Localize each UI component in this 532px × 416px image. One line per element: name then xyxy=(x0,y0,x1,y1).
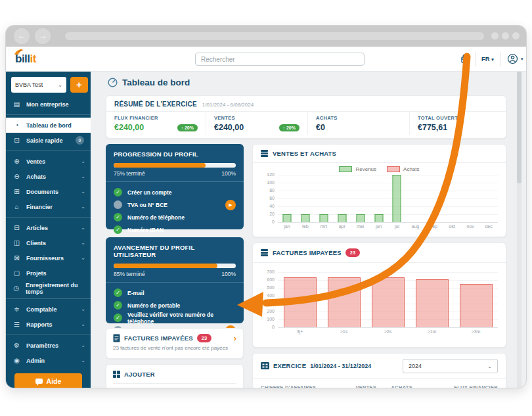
y-axis-tick: 400 xyxy=(258,293,275,298)
x-axis-labels: janfebmrtaprmeijunjulaugsepoktnovdec xyxy=(278,224,498,229)
sidebar-item-achats[interactable]: ⊖Achats⌄ xyxy=(6,169,91,184)
sidebar-item-clients[interactable]: ◫Clients⌄ xyxy=(6,235,91,250)
dashboard-icon: ◔ xyxy=(12,122,21,129)
browser-window: ← → billit FR ▾ xyxy=(5,25,527,388)
unpaid-count-badge: 23 xyxy=(197,334,211,342)
bar-chart-plot: 020406080100120 xyxy=(278,175,498,222)
metric-achats: ACHATS€0 xyxy=(307,112,409,135)
sidebar-item-label: Admin xyxy=(26,358,45,364)
sidebar-item-comptable[interactable]: ≑Comptable⌄ xyxy=(6,302,91,317)
admin-icon: ◉ xyxy=(12,357,21,364)
gridline xyxy=(278,222,498,223)
sidebar-item-rapports[interactable]: ☰Rapports⌄ xyxy=(6,317,91,332)
bar-3j+ xyxy=(284,277,317,327)
summary-header: RÉSUMÉ DE L'EXERCICE 1/01/2024 - 6/08/20… xyxy=(106,96,506,112)
y-axis-tick: 600 xyxy=(258,277,275,282)
window-dot xyxy=(491,32,499,39)
count-badge: 0 xyxy=(76,136,84,145)
sidebar-item-articles[interactable]: ⊟Articles⌄ xyxy=(6,220,91,235)
sidebar-item-parametres[interactable]: ⚙Paramètres⌄ xyxy=(6,338,91,353)
sidebar-item-documents[interactable]: ⊞Documents⌄ xyxy=(6,184,91,199)
scrollbar-thumb[interactable] xyxy=(517,72,521,183)
chevron-right-icon[interactable]: › xyxy=(234,335,236,342)
y-axis-tick: 0 xyxy=(258,325,275,329)
sidebar-divider xyxy=(6,217,91,218)
help-button[interactable]: Aide xyxy=(14,373,82,388)
user-progress-card: AVANCEMENT DU PROFIL UTILISATEUR 85% ter… xyxy=(106,237,244,323)
check-icon: ✓ xyxy=(114,188,122,196)
add-invoice-item[interactable]: Facture › xyxy=(113,384,236,388)
back-button[interactable]: ← xyxy=(14,28,30,44)
y-axis-tick: 120 xyxy=(258,172,275,177)
window-dot xyxy=(502,32,509,39)
company-select[interactable]: BVBA Test⌄ xyxy=(11,77,66,93)
search-input[interactable] xyxy=(195,53,365,66)
suppliers-icon: ⊠ xyxy=(12,254,21,262)
forward-button[interactable]: → xyxy=(35,28,51,44)
x-axis-tick: jun xyxy=(370,224,388,229)
add-company-button[interactable]: + xyxy=(70,77,88,93)
unpaid-invoices-card[interactable]: FACTURES IMPAYÉES 23 › 23 factures de ve… xyxy=(106,328,244,359)
checklist-label: Veuillez vérifier votre numéro de téléph… xyxy=(127,312,236,325)
sidebar-item-financier[interactable]: ⌂Financier⌄ xyxy=(6,199,91,214)
bar-mrt xyxy=(319,214,328,222)
gridline xyxy=(278,175,498,175)
checklist-label: TVA ou N° BCE xyxy=(127,202,167,208)
billit-logo[interactable]: billit xyxy=(15,53,36,66)
x-axis-tick: >2s xyxy=(366,329,410,334)
building-icon: ▤ xyxy=(12,101,21,108)
chevron-down-icon: ⌄ xyxy=(81,240,85,246)
sidebar-item-label: Articles xyxy=(26,225,48,231)
y-axis-tick: 100 xyxy=(258,180,275,185)
sidebar-item-ventes[interactable]: ⊕Ventes⌄ xyxy=(6,154,91,169)
finance-icon: ⌂ xyxy=(12,203,21,210)
x-axis-tick: mei xyxy=(351,224,370,229)
metric-ventes: VENTES€240,00↑ 20% xyxy=(206,112,307,135)
card-title: PROGRESSION DU PROFIL xyxy=(114,150,236,158)
trend-badge: ↑ 20% xyxy=(177,124,198,131)
checklist-item: ✓E-mail xyxy=(114,287,236,299)
chevron-down-icon: ⌄ xyxy=(81,255,85,261)
sidebar-item-label: Rapports xyxy=(26,321,53,328)
chevron-down-icon: ⌄ xyxy=(58,82,62,88)
chart-legend: RevenusAchats xyxy=(253,166,506,172)
metric-total-ouvert: TOTAL OUVERT€775,61 xyxy=(409,112,506,135)
x-axis-tick: sep xyxy=(424,224,443,229)
checklist-label: Numéro de portable xyxy=(127,302,180,309)
sidebar-item-saisie-rapide[interactable]: ⊡Saisie rapide0 xyxy=(6,133,91,148)
divider xyxy=(106,181,244,182)
check-icon: ✓ xyxy=(114,313,122,322)
gift-icon[interactable] xyxy=(460,53,471,64)
add-card: AJOUTER Facture › xyxy=(106,364,244,388)
summary-metrics: FLUX FINANCIER€240,00↑ 20%VENTES€240,00↑… xyxy=(106,112,506,135)
scrollbar[interactable] xyxy=(517,72,521,388)
profile-icon[interactable] xyxy=(507,53,518,64)
x-axis-tick: okt xyxy=(443,224,461,229)
sidebar-divider xyxy=(6,298,91,299)
address-bar[interactable] xyxy=(65,32,484,40)
sidebar-item-mon-entreprise[interactable]: ▤Mon entreprise xyxy=(6,97,91,112)
x-axis-tick: >1s xyxy=(322,329,366,334)
unpaid-count-badge: 23 xyxy=(345,248,360,257)
chevron-down-icon: ⌄ xyxy=(81,189,85,195)
sidebar-item-enregistrement-du-temps[interactable]: ◷Enregistrement du temps xyxy=(6,281,91,296)
check-icon: ✓ xyxy=(114,301,122,310)
checklist-item: ✓Veuillez vérifier votre numéro de télép… xyxy=(114,312,236,324)
sidebar-item-fournisseurs[interactable]: ⊠Fournisseurs⌄ xyxy=(6,250,91,266)
divider xyxy=(106,282,244,283)
x-axis-tick: >1m xyxy=(410,329,454,334)
year-select[interactable]: 2024 ⌄ xyxy=(403,359,498,373)
sidebar-item-admin[interactable]: ◉Admin⌄ xyxy=(6,353,91,368)
y-axis-tick: 300 xyxy=(258,301,275,306)
documents-icon: ⊞ xyxy=(12,188,21,195)
checklist-label: Créer un compte xyxy=(127,189,172,196)
language-selector[interactable]: FR ▾ xyxy=(481,55,494,62)
sidebar-item-label: Documents xyxy=(26,189,58,195)
add-grid-icon xyxy=(113,371,120,378)
header-separator xyxy=(500,52,501,66)
sidebar-item-tableau-de-bord[interactable]: ◔Tableau de bord xyxy=(6,118,91,133)
page: ← → billit FR ▾ xyxy=(0,0,532,416)
sidebar-item-projets[interactable]: ▢Projets xyxy=(6,266,91,281)
play-button[interactable]: ▶ xyxy=(225,200,236,210)
card-title: AVANCEMENT DU PROFIL UTILISATEUR xyxy=(114,244,236,258)
